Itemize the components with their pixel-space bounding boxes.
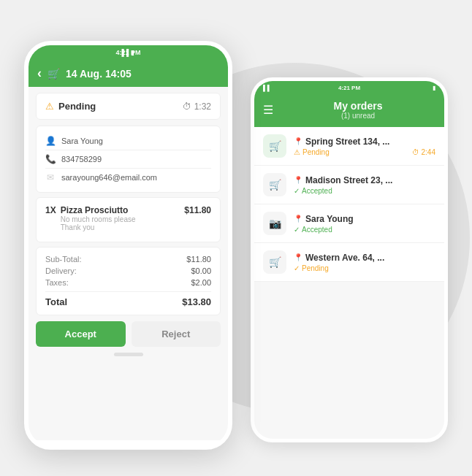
check-icon-2: ✓ — [294, 187, 300, 195]
person-icon: 👤 — [45, 136, 56, 146]
order-status-4: ✓ Pending — [294, 264, 329, 272]
home-indicator — [114, 353, 143, 356]
cart-icon: 🛒 — [47, 68, 60, 80]
list-item[interactable]: 🛒 📍 Western Ave. 64, ... ✓ Pending — [254, 243, 444, 282]
timer-value: 1:32 — [194, 101, 211, 112]
order-address-2: 📍 Madison Street 23, ... — [294, 175, 435, 185]
list-item[interactable]: 🛒 📍 Spring Street 134, ... ⚠ Pending ⏱ — [254, 127, 444, 166]
delivery-row: Delivery: $0.00 — [45, 265, 211, 277]
timer-icon-1: ⏱ — [412, 148, 419, 156]
timer-icon: ⏱ — [183, 101, 191, 112]
list-item[interactable]: 📷 📍 Sara Young ✓ Accepted — [254, 204, 444, 243]
phone-back: ▌▌ 4:21 PM ▮ ☰ My orders (1) unread 🛒 📍 … — [251, 77, 448, 442]
order-cart-icon-3: 📷 — [263, 212, 286, 235]
signal-back: ▌▌ — [263, 85, 271, 91]
phone-icon: 📞 — [45, 154, 56, 164]
order-address-3: 📍 Sara Young — [294, 214, 435, 224]
totals-section: Sub-Total: $11.80 Delivery: $0.00 Taxes:… — [36, 247, 221, 315]
header-title-wrap: My orders (1) unread — [281, 100, 435, 120]
order-list: 🛒 📍 Spring Street 134, ... ⚠ Pending ⏱ — [254, 127, 444, 441]
order-status-row-2: ✓ Accepted — [294, 187, 435, 195]
order-status-1: ⚠ Pending — [294, 148, 330, 156]
order-timer-1: ⏱ 2:44 — [412, 148, 435, 156]
order-item-details: Pizza Prosciutto No much rooms pleaseTha… — [61, 205, 136, 231]
warning-icon-1: ⚠ — [294, 148, 300, 156]
order-item-name: Pizza Prosciutto — [61, 205, 136, 215]
order-item-price: $11.80 — [184, 205, 211, 215]
pin-icon-4: 📍 — [294, 253, 302, 261]
subtotal-value: $11.80 — [186, 255, 211, 264]
battery-back: ▮ — [433, 85, 435, 91]
pin-icon-2: 📍 — [294, 176, 302, 184]
warning-icon: ⚠ — [45, 101, 54, 112]
contact-email: sarayoung646@email.com — [61, 173, 157, 182]
contact-name: Sara Young — [61, 137, 103, 145]
order-info-4: 📍 Western Ave. 64, ... ✓ Pending — [294, 253, 435, 272]
contact-phone: 834758299 — [61, 155, 102, 164]
order-status-row-4: ✓ Pending — [294, 264, 435, 272]
pin-icon-1: 📍 — [294, 137, 302, 145]
order-detail-content: ⚠ Pending ⏱ 1:32 👤 Sara Young 📞 83475829… — [28, 87, 228, 440]
status-left: ⚠ Pending — [45, 101, 96, 112]
contact-phone-row: 📞 834758299 — [45, 150, 211, 169]
taxes-row: Taxes: $2.00 — [45, 277, 211, 288]
order-info-1: 📍 Spring Street 134, ... ⚠ Pending ⏱ 2:4… — [294, 137, 435, 156]
status-bar-front: ▌▌ 4:21 PM ▮ — [28, 45, 228, 60]
orders-title: My orders — [281, 100, 435, 112]
list-item[interactable]: 🛒 📍 Madison Street 23, ... ✓ Accepted — [254, 166, 444, 204]
contact-email-row: ✉ sarayoung646@email.com — [45, 169, 211, 186]
order-detail-header: ‹ 🛒 14 Aug. 14:05 — [28, 60, 228, 87]
time-front: 4:21 PM — [115, 49, 140, 56]
status-label: Pending — [58, 101, 96, 112]
taxes-value: $2.00 — [191, 278, 211, 287]
order-cart-icon-1: 🛒 — [263, 134, 286, 158]
order-quantity: 1X — [45, 205, 56, 231]
scene: ▌▌ 4:21 PM ▮ ☰ My orders (1) unread 🛒 📍 … — [24, 19, 448, 457]
subtotal-row: Sub-Total: $11.80 — [45, 253, 211, 265]
back-button[interactable]: ‹ — [37, 66, 42, 81]
email-icon: ✉ — [45, 172, 56, 183]
reject-button[interactable]: Reject — [132, 321, 221, 347]
order-item-note: No much rooms pleaseThank you — [61, 215, 136, 231]
contact-section: 👤 Sara Young 📞 834758299 ✉ sarayoung646@… — [36, 126, 221, 193]
order-address-1: 📍 Spring Street 134, ... — [294, 137, 435, 147]
subtotal-label: Sub-Total: — [45, 255, 82, 264]
order-cart-icon-2: 🛒 — [263, 173, 286, 196]
order-item: 1X Pizza Prosciutto No much rooms please… — [45, 205, 211, 231]
contact-name-row: 👤 Sara Young — [45, 132, 211, 150]
header-back: ☰ My orders (1) unread — [254, 94, 444, 127]
status-bar-back: ▌▌ 4:21 PM ▮ — [254, 81, 444, 94]
time-back: 4:21 PM — [338, 85, 360, 91]
delivery-value: $0.00 — [191, 266, 211, 275]
total-divider — [45, 291, 211, 292]
action-buttons: Accept Reject — [36, 321, 221, 347]
check-icon-4: ✓ — [294, 264, 300, 272]
delivery-label: Delivery: — [45, 266, 77, 275]
order-cart-icon-4: 🛒 — [263, 250, 286, 274]
grand-total-row: Total $13.80 — [45, 295, 211, 309]
order-status-section: ⚠ Pending ⏱ 1:32 — [36, 93, 221, 120]
orders-subtitle: (1) unread — [281, 112, 435, 120]
accept-button[interactable]: Accept — [36, 321, 126, 347]
order-item-left: 1X Pizza Prosciutto No much rooms please… — [45, 205, 136, 231]
hamburger-icon[interactable]: ☰ — [263, 103, 273, 117]
order-info-3: 📍 Sara Young ✓ Accepted — [294, 214, 435, 234]
pin-icon-3: 📍 — [294, 215, 302, 223]
order-status-3: ✓ Accepted — [294, 226, 332, 234]
order-info-2: 📍 Madison Street 23, ... ✓ Accepted — [294, 175, 435, 195]
order-status-row-1: ⚠ Pending ⏱ 2:44 — [294, 148, 435, 156]
order-date-title: 14 Aug. 14:05 — [66, 68, 132, 80]
check-icon-3: ✓ — [294, 226, 300, 234]
order-items-section: 1X Pizza Prosciutto No much rooms please… — [36, 197, 221, 242]
order-status-2: ✓ Accepted — [294, 187, 332, 195]
grand-total-label: Total — [45, 296, 67, 307]
phone-front: ▌▌ 4:21 PM ▮ ‹ 🛒 14 Aug. 14:05 ⚠ Pending… — [24, 41, 232, 450]
taxes-label: Taxes: — [45, 278, 69, 287]
order-status-row-3: ✓ Accepted — [294, 226, 435, 234]
grand-total-value: $13.80 — [182, 296, 211, 307]
order-timer: ⏱ 1:32 — [183, 101, 211, 112]
order-address-4: 📍 Western Ave. 64, ... — [294, 253, 435, 263]
